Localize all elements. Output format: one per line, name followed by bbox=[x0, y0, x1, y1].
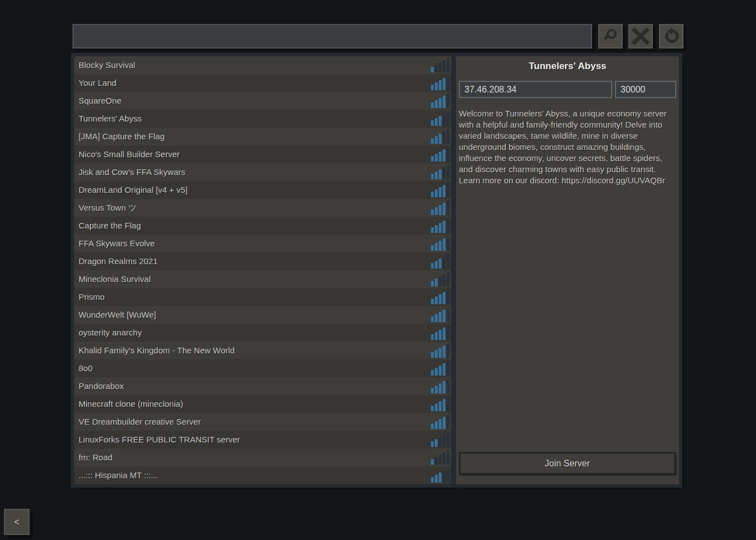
server-row[interactable]: Minecraft clone (mineclonia) bbox=[74, 395, 451, 413]
server-row[interactable]: Jisk and Cow's FFA Skywars bbox=[74, 163, 451, 181]
server-row[interactable]: Dragon Realms 2021 bbox=[74, 252, 451, 270]
magnifier-icon bbox=[602, 27, 619, 45]
ping-icon bbox=[431, 147, 449, 162]
server-row[interactable]: Khalid Family's Kingdom - The New World bbox=[74, 342, 451, 359]
server-name: ...::: Hispania MT :::... bbox=[79, 470, 158, 480]
refresh-icon bbox=[662, 27, 680, 45]
server-name: Minecraft clone (mineclonia) bbox=[79, 399, 183, 408]
server-name: Blocky Survival bbox=[79, 60, 135, 70]
server-row[interactable]: Tunnelers' Abyss bbox=[74, 110, 451, 128]
ping-icon bbox=[431, 361, 449, 376]
server-name: VE Dreambuilder creative Server bbox=[79, 417, 201, 426]
ping-icon bbox=[431, 254, 449, 269]
server-row[interactable]: FFA Skywars Evolve bbox=[74, 235, 451, 252]
server-name: DreamLand Original [v4 + v5] bbox=[79, 185, 188, 194]
refresh-button[interactable] bbox=[659, 24, 684, 48]
ping-icon bbox=[431, 396, 449, 411]
server-name: Prismo bbox=[79, 292, 105, 301]
server-row[interactable]: Mineclonia Survival bbox=[74, 270, 451, 288]
join-server-button[interactable]: Join Server bbox=[459, 452, 676, 475]
server-row[interactable]: Pandorabox bbox=[74, 377, 451, 395]
ping-icon bbox=[431, 432, 449, 447]
search-button[interactable] bbox=[598, 24, 623, 48]
port-field[interactable] bbox=[615, 81, 676, 98]
ping-icon bbox=[431, 450, 449, 465]
back-button[interactable]: < bbox=[4, 509, 30, 535]
ping-icon bbox=[431, 200, 449, 215]
server-name: Dragon Realms 2021 bbox=[79, 256, 158, 266]
server-row[interactable]: Prismo bbox=[74, 288, 451, 306]
server-name: Versus Town ツ bbox=[79, 203, 137, 212]
server-row[interactable]: LinuxForks FREE PUBLIC TRANSIT server bbox=[74, 431, 451, 449]
ping-icon bbox=[431, 111, 449, 126]
ping-icon bbox=[431, 182, 449, 197]
ping-icon bbox=[431, 307, 449, 322]
address-field[interactable] bbox=[459, 81, 612, 98]
server-row[interactable]: Your Land bbox=[74, 74, 451, 92]
server-row[interactable]: VE Dreambuilder creative Server bbox=[74, 413, 451, 431]
server-name: SquareOne bbox=[79, 96, 122, 105]
server-row[interactable]: SquareOne bbox=[74, 92, 451, 110]
ping-icon bbox=[431, 468, 449, 483]
server-name: 8o0 bbox=[79, 363, 93, 373]
server-name: Your Land bbox=[79, 78, 117, 87]
server-name: Tunnelers' Abyss bbox=[79, 114, 142, 123]
server-name: Capture the Flag bbox=[79, 221, 141, 230]
server-name: Khalid Family's Kingdom - The New World bbox=[79, 346, 235, 355]
server-row[interactable]: Nico's Small Builder Server bbox=[74, 145, 451, 163]
ping-icon bbox=[431, 129, 449, 144]
server-name: Nico's Small Builder Server bbox=[79, 149, 180, 159]
server-row[interactable]: Capture the Flag bbox=[74, 217, 451, 235]
server-row[interactable]: ...::: Hispania MT :::... bbox=[74, 466, 451, 484]
server-name: [JMA] Capture the Flag bbox=[79, 132, 164, 141]
ping-icon bbox=[431, 57, 449, 72]
close-icon bbox=[632, 27, 650, 45]
ping-icon bbox=[431, 343, 449, 358]
ping-icon bbox=[431, 75, 449, 90]
server-row[interactable]: oysterity anarchy bbox=[74, 324, 451, 342]
ping-icon bbox=[431, 414, 449, 429]
server-name: Mineclonia Survival bbox=[79, 274, 151, 284]
server-title: Tunnelers' Abyss bbox=[456, 61, 679, 72]
server-name: WunderWelt [WuWe] bbox=[79, 310, 156, 319]
server-name: Pandorabox bbox=[79, 381, 124, 391]
search-input[interactable] bbox=[72, 24, 592, 48]
ping-icon bbox=[431, 378, 449, 393]
server-name: oysterity anarchy bbox=[79, 328, 142, 337]
server-name: fm: Road bbox=[79, 453, 113, 462]
server-name: LinuxForks FREE PUBLIC TRANSIT server bbox=[79, 435, 240, 444]
ping-icon bbox=[431, 236, 449, 251]
server-description: Welcome to Tunnelers' Abyss, a unique ec… bbox=[459, 108, 677, 186]
ping-icon bbox=[431, 271, 449, 286]
server-row[interactable]: Versus Town ツ bbox=[74, 199, 451, 217]
server-name: FFA Skywars Evolve bbox=[79, 239, 155, 248]
server-row[interactable]: 8o0 bbox=[74, 359, 451, 377]
server-row[interactable]: DreamLand Original [v4 + v5] bbox=[74, 181, 451, 199]
server-row[interactable]: Blocky Survival bbox=[74, 56, 451, 74]
ping-icon bbox=[431, 325, 449, 340]
ping-icon bbox=[431, 218, 449, 233]
clear-button[interactable] bbox=[628, 24, 653, 48]
ping-icon bbox=[431, 289, 449, 304]
ping-icon bbox=[431, 93, 449, 108]
server-row[interactable]: fm: Road bbox=[74, 449, 451, 466]
server-name: Jisk and Cow's FFA Skywars bbox=[79, 167, 185, 177]
ping-icon bbox=[431, 164, 449, 179]
server-row[interactable]: WunderWelt [WuWe] bbox=[74, 306, 451, 324]
server-row[interactable]: [JMA] Capture the Flag bbox=[74, 128, 451, 145]
server-list: Blocky Survival Your Land SquareOne Tunn… bbox=[74, 56, 451, 484]
server-details-panel: Tunnelers' Abyss Welcome to Tunnelers' A… bbox=[456, 56, 679, 484]
